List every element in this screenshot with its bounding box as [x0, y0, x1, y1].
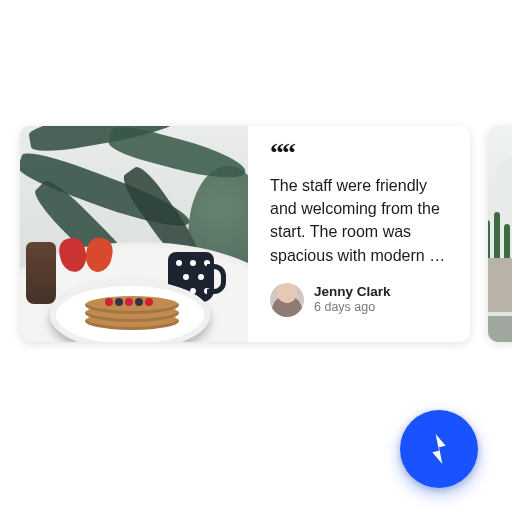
action-fab-button[interactable] — [400, 410, 478, 488]
testimonial-carousel[interactable]: ““ The staff were friendly and welcoming… — [20, 126, 512, 342]
avatar — [270, 283, 304, 317]
author-time: 6 days ago — [314, 300, 391, 316]
author-name: Jenny Clark — [314, 284, 391, 301]
testimonial-image — [20, 126, 248, 342]
testimonial-text: The staff were friendly and welcoming fr… — [270, 174, 448, 267]
testimonial-image — [488, 126, 512, 342]
testimonial-card[interactable]: ““ The staff were friendly and welcoming… — [20, 126, 470, 342]
testimonial-content: ““ The staff were friendly and welcoming… — [248, 126, 470, 342]
lightning-bidirectional-icon — [419, 429, 459, 469]
testimonial-carousel-region: ““ The staff were friendly and welcoming… — [0, 0, 512, 512]
quote-icon: ““ — [270, 146, 448, 160]
testimonial-author: Jenny Clark 6 days ago — [270, 283, 448, 317]
testimonial-card[interactable] — [488, 126, 512, 342]
